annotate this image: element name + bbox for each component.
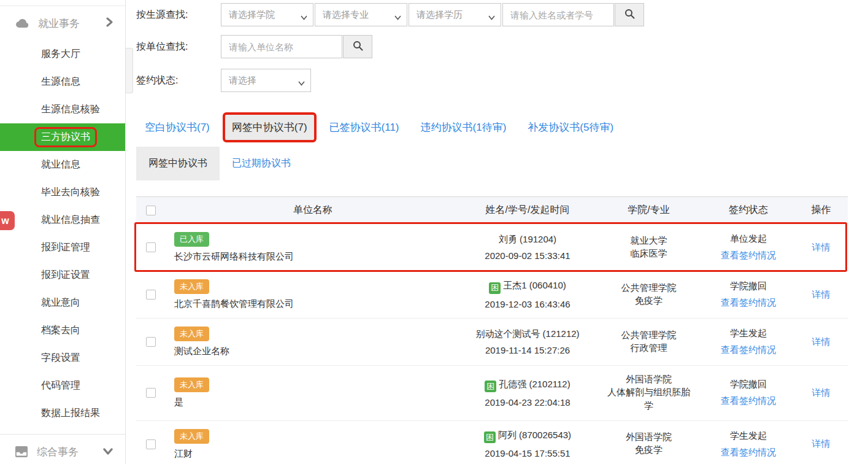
sidebar-item-label: 三方协议书 xyxy=(34,127,97,147)
sidebar-item-8[interactable]: 报到证管理 xyxy=(0,234,125,261)
college-name: 外国语学院 xyxy=(595,374,702,385)
initiated-time: 2019-04-23 22:04:18 xyxy=(460,397,595,408)
header-company: 单位名称 xyxy=(166,204,460,217)
major-select[interactable]: 请选择专业 xyxy=(315,3,407,26)
sidebar-item-7[interactable]: 就业信息抽查 xyxy=(0,206,125,234)
action-cell: 详情 xyxy=(794,289,848,301)
company-name: 测试企业名称 xyxy=(174,346,460,357)
student-name: 阿列 (870026543) xyxy=(498,430,571,440)
view-signing-link[interactable]: 查看签约情况 xyxy=(721,297,776,307)
poverty-tag-badge: 困 xyxy=(485,381,496,392)
stock-status-badge: 未入库 xyxy=(174,377,209,392)
sidebar-section-employment[interactable]: 就业事务 xyxy=(0,6,125,41)
signing-status: 学生发起 xyxy=(702,430,794,442)
status-cell: 学院撤回查看签约情况 xyxy=(702,280,794,309)
sidebar-item-13[interactable]: 代码管理 xyxy=(0,372,125,400)
view-signing-link[interactable]: 查看签约情况 xyxy=(721,447,776,457)
signing-status: 单位发起 xyxy=(702,233,794,245)
tab-2[interactable]: 网签中协议书(7) xyxy=(223,112,317,142)
student-search-button[interactable] xyxy=(615,3,644,26)
signing-status: 学院撤回 xyxy=(702,379,794,390)
row-checkbox[interactable] xyxy=(146,388,156,398)
sidebar-item-14[interactable]: 数据上报结果 xyxy=(0,400,125,427)
view-signing-link[interactable]: 查看签约情况 xyxy=(721,395,776,406)
unit-keyword-input[interactable] xyxy=(221,35,342,58)
tab-4[interactable]: 违约协议书(1待审) xyxy=(412,113,515,142)
major-name: 人体解剖与组织胚胎学 xyxy=(604,385,694,412)
student-keyword-input[interactable] xyxy=(502,3,614,26)
subtab-1[interactable]: 网签中协议书 xyxy=(136,147,220,180)
filter-row-source: 按生源查找: 请选择学院 请选择专业 请选择学历 xyxy=(136,3,868,26)
sidebar-item-9[interactable]: 报到证设置 xyxy=(0,261,125,289)
college-cell: 公共管理学院行政管理 xyxy=(595,330,702,355)
table-row: 未入库江财困阿列 (870026543)2019-04-15 17:55:51外… xyxy=(136,421,848,464)
sidebar-section-general[interactable]: 综合事务 xyxy=(0,435,125,464)
agreements-table: 单位名称 姓名/学号/发起时间 学院/专业 签约状态 操作 已入库长沙市云研网络… xyxy=(136,196,848,464)
main-content: 按生源查找: 请选择学院 请选择专业 请选择学历 xyxy=(126,0,868,464)
student-name-line: 困王杰1 (060410) xyxy=(460,280,595,294)
student-name: 王杰1 (060410) xyxy=(503,280,566,290)
subtab-2[interactable]: 已过期协议书 xyxy=(220,147,303,180)
poverty-tag-badge: 困 xyxy=(489,282,501,294)
student-name-line: 困阿列 (870026543) xyxy=(460,430,595,444)
details-link[interactable]: 详情 xyxy=(812,289,831,300)
sidebar-item-6[interactable]: 毕业去向核验 xyxy=(0,179,125,206)
status-filter-label: 签约状态: xyxy=(136,74,221,87)
action-cell: 详情 xyxy=(794,387,848,399)
tab-3[interactable]: 已签协议书(11) xyxy=(321,113,408,142)
college-cell: 就业大学临床医学 xyxy=(595,235,702,260)
row-checkbox[interactable] xyxy=(146,242,156,252)
status-cell: 学生发起查看签约情况 xyxy=(702,430,794,458)
sidebar-item-11[interactable]: 档案去向 xyxy=(0,317,125,344)
row-checkbox[interactable] xyxy=(146,439,156,449)
table-row: 已入库长沙市云研网络科技有限公司刘勇 (191204)2020-09-02 15… xyxy=(136,224,848,271)
signing-status: 学院撤回 xyxy=(702,280,794,292)
student-name: 孔德强 (2102112) xyxy=(499,379,570,389)
row-checkbox[interactable] xyxy=(146,290,156,300)
sidebar-section-label: 综合事务 xyxy=(37,445,103,459)
header-status: 签约状态 xyxy=(702,204,794,217)
view-signing-link[interactable]: 查看签约情况 xyxy=(721,250,776,260)
box-icon xyxy=(15,446,28,457)
details-link[interactable]: 详情 xyxy=(812,387,831,398)
sidebar-item-10[interactable]: 就业意向 xyxy=(0,289,125,317)
tab-5[interactable]: 补发协议书(5待审) xyxy=(519,113,622,142)
select-all-checkbox[interactable] xyxy=(146,206,156,215)
college-cell: 公共管理学院免疫学 xyxy=(595,282,702,307)
student-cell: 困阿列 (870026543)2019-04-15 17:55:51 xyxy=(460,430,595,459)
row-checkbox[interactable] xyxy=(146,337,156,347)
details-link[interactable]: 详情 xyxy=(812,336,831,347)
sidebar-item-4[interactable]: 三方协议书 xyxy=(0,123,125,151)
unit-filter-label: 按单位查找: xyxy=(136,41,221,53)
select-all-checkbox-cell xyxy=(136,206,166,215)
details-link[interactable]: 详情 xyxy=(812,242,831,252)
sidebar-item-label: 毕业去向核验 xyxy=(41,186,100,199)
student-cell: 别动这个测试号 (121212)2019-11-14 15:27:26 xyxy=(460,328,595,355)
sidebar-item-label: 就业信息 xyxy=(41,158,80,171)
caret-down-icon xyxy=(488,12,495,22)
unit-search-button[interactable] xyxy=(343,35,372,58)
student-name: 别动这个测试号 (121212) xyxy=(475,328,579,339)
sidebar-item-label: 报到证设置 xyxy=(41,269,90,282)
college-select[interactable]: 请选择学院 xyxy=(221,3,313,26)
degree-select[interactable]: 请选择学历 xyxy=(409,3,501,26)
sidebar-item-2[interactable]: 生源信息 xyxy=(0,68,125,96)
sidebar-item-label: 就业意向 xyxy=(41,296,80,309)
cloud-icon xyxy=(15,19,29,28)
source-filter-label: 按生源查找: xyxy=(136,9,221,21)
company-name: 是 xyxy=(174,396,460,408)
major-name: 免疫学 xyxy=(604,294,694,307)
view-signing-link[interactable]: 查看签约情况 xyxy=(721,344,776,355)
sidebar-scrollbar-thumb[interactable] xyxy=(125,48,133,93)
filter-row-unit: 按单位查找: xyxy=(136,35,868,58)
status-select[interactable]: 请选择 xyxy=(221,69,311,92)
sidebar-item-5[interactable]: 就业信息 xyxy=(0,151,125,179)
sidebar-item-12[interactable]: 字段设置 xyxy=(0,344,125,372)
notification-badge: w xyxy=(0,211,15,230)
sidebar-item-3[interactable]: 生源信息核验 xyxy=(0,96,125,123)
agreement-subtabs: 网签中协议书已过期协议书 xyxy=(136,147,868,180)
sidebar-item-1[interactable]: 服务大厅 xyxy=(0,41,125,68)
stock-status-badge: 未入库 xyxy=(174,279,209,294)
tab-1[interactable]: 空白协议书(7) xyxy=(136,113,218,142)
details-link[interactable]: 详情 xyxy=(812,438,831,449)
